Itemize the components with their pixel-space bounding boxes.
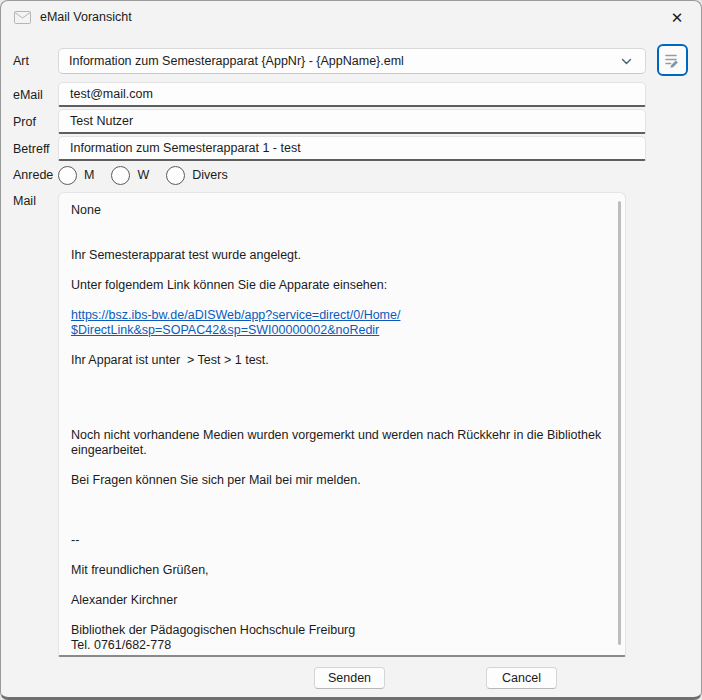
chevron-down-icon [620,55,633,68]
anrede-radio-group: M W Divers [58,164,245,186]
titlebar: eMail Voransicht ✕ [1,1,701,33]
send-button[interactable]: Senden [314,667,385,689]
cancel-button[interactable]: Cancel [486,667,557,689]
anrede-option-m[interactable]: M [58,166,94,185]
anrede-option-divers-label: Divers [192,168,227,182]
prof-label: Prof [13,115,36,129]
close-icon[interactable]: ✕ [661,5,693,31]
radio-unchecked-icon[interactable] [166,166,185,185]
anrede-option-m-label: M [84,168,94,182]
art-template-value: Information zum Semesterapparat {AppNr} … [69,54,620,68]
mail-body-editor[interactable]: None Ihr Semesterapparat test wurde ange… [58,192,626,657]
prof-value: Test Nutzer [70,114,133,128]
prof-input[interactable]: Test Nutzer [58,109,646,134]
mail-scrollbar[interactable] [618,201,621,645]
betreff-input[interactable]: Information zum Semesterapparat 1 - test [58,136,646,161]
radio-unchecked-icon[interactable] [58,166,77,185]
anrede-option-w-label: W [137,168,149,182]
apparat-link[interactable]: https://bsz.ibs-bw.de/aDISWeb/app?servic… [71,308,400,337]
mail-body-text: None Ihr Semesterapparat test wurde ange… [71,203,607,655]
art-template-select[interactable]: Information zum Semesterapparat {AppNr} … [58,48,646,74]
anrede-option-divers[interactable]: Divers [166,166,227,185]
envelope-icon [14,11,31,24]
mail-body-before: None Ihr Semesterapparat test wurde ange… [71,203,387,292]
email-input[interactable]: test@mail.com [58,82,646,107]
anrede-label: Anrede [13,168,53,182]
edit-note-icon [663,51,682,70]
betreff-value: Information zum Semesterapparat 1 - test [70,141,301,155]
anrede-option-w[interactable]: W [111,166,149,185]
edit-template-button[interactable] [657,44,688,76]
radio-unchecked-icon[interactable] [111,166,130,185]
art-label: Art [13,54,29,68]
email-label: eMail [13,88,43,102]
email-value: test@mail.com [70,87,153,101]
email-preview-dialog: eMail Voransicht ✕ Art Information zum S… [0,0,702,700]
mail-label: Mail [13,194,36,208]
mail-body-after: Ihr Apparat ist unter > Test > 1 test. N… [71,353,605,652]
betreff-label: Betreff [13,142,50,156]
window-title: eMail Voransicht [40,10,132,24]
